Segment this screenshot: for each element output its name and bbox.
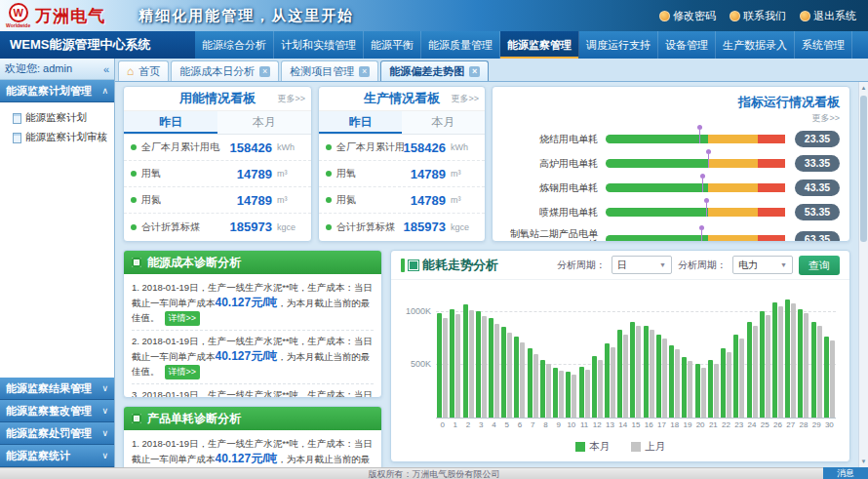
- close-icon[interactable]: ×: [469, 66, 480, 77]
- sidebar-item-supervision-plan-audit[interactable]: 能源监察计划审核: [3, 128, 111, 147]
- panel-title: 能源成本诊断分析: [147, 255, 241, 271]
- nav-item-energy-comprehensive-analysis[interactable]: 能源综合分析: [195, 31, 274, 59]
- legend-swatch: [631, 442, 641, 452]
- board-tab-this-month[interactable]: 本月: [217, 111, 311, 134]
- close-icon[interactable]: ×: [359, 66, 370, 77]
- board-tab-yesterday[interactable]: 昨日: [124, 111, 217, 134]
- panel-header: 产品单耗诊断分析: [124, 407, 381, 430]
- period-select[interactable]: 日 ▼: [612, 256, 672, 274]
- gauge-blast-furnace: 高炉用电单耗33.35: [502, 155, 840, 172]
- tab-home[interactable]: ⌂首页: [118, 60, 169, 81]
- bar-group: 9: [552, 290, 565, 418]
- sidebar-section-body: 能源监察计划能源监察计划审核: [0, 102, 114, 378]
- medium-select[interactable]: 电力 ▼: [732, 256, 793, 274]
- bar-group: 3: [475, 290, 488, 418]
- y-axis-label: 500K: [411, 359, 431, 369]
- bullet-icon: [326, 197, 332, 203]
- nav-item-energy-supervision-management[interactable]: 能源监察管理: [500, 31, 579, 59]
- more-link[interactable]: 更多>>: [451, 93, 479, 105]
- tab-energy-cost-daily-analysis[interactable]: 能源成本日分析×: [171, 60, 279, 81]
- detail-button[interactable]: 详情>>: [165, 365, 201, 379]
- metric-label: 用氧: [336, 167, 411, 180]
- board-tab-this-month[interactable]: 本月: [402, 111, 485, 134]
- period-select-value: 日: [617, 259, 627, 272]
- gauge-label: 炼钢用电单耗: [502, 182, 606, 193]
- nav-item-dispatch-operation-support[interactable]: 调度运行支持: [579, 31, 658, 59]
- sidebar-item-supervision-plan[interactable]: 能源监察计划: [3, 108, 111, 128]
- vertical-scrollbar[interactable]: ▲ ▼: [858, 82, 868, 467]
- metric-unit: m³: [451, 195, 478, 205]
- tree-item-label: 能源监察计划审核: [25, 131, 107, 144]
- bar-last-month: [520, 342, 525, 419]
- chart-title: 能耗走势分析: [422, 257, 498, 274]
- bar-group: 2: [461, 290, 474, 418]
- gauge-label: 高炉用电单耗: [502, 158, 606, 169]
- sidebar-section-supervision-rectification-management[interactable]: 能源监察整改管理∨: [0, 400, 114, 422]
- sidebar-section-label: 能源监察整改管理: [6, 404, 92, 419]
- x-axis-label: 28: [799, 420, 808, 429]
- bar-this-month: [501, 327, 506, 418]
- header-link-contact-us[interactable]: 联系我们: [730, 9, 786, 23]
- sidebar-section-supervision-plan-management[interactable]: 能源监察计划管理∧: [0, 80, 114, 102]
- bar-group: 1: [449, 290, 461, 418]
- board-row-electricity: 全厂本月累计用电158426kWh: [319, 135, 485, 161]
- copyright-text: 版权所有：万洲电气股份有限公司: [369, 469, 500, 479]
- nav-item-equipment-management[interactable]: 设备管理: [658, 31, 716, 59]
- nav-item-production-data-entry[interactable]: 生产数据录入: [716, 31, 795, 59]
- sidebar-section-label: 能源监察结果管理: [6, 381, 92, 396]
- sidebar-section-supervision-punishment-management[interactable]: 能源监察处罚管理∨: [0, 422, 114, 445]
- x-axis-label: 13: [606, 420, 614, 429]
- scrollbar-thumb[interactable]: [860, 96, 867, 242]
- nav-item-plan-performance-management[interactable]: 计划和实绩管理: [274, 31, 364, 59]
- bar-last-month: [830, 340, 835, 418]
- indicator-board: 指标运行情况看板 更多>> 烧结用电单耗23.35高炉用电单耗33.35炼钢用电…: [492, 86, 850, 242]
- scroll-down-icon[interactable]: ▼: [859, 456, 868, 467]
- bar-group: 16: [643, 290, 655, 418]
- nav-item-energy-quality-management[interactable]: 能源质量管理: [421, 31, 500, 59]
- bar-this-month: [772, 302, 777, 418]
- sidebar-accordion: 能源监察计划管理∧能源监察计划能源监察计划审核能源监察结果管理∨能源监察整改管理…: [0, 80, 114, 467]
- query-button[interactable]: 查询: [799, 256, 840, 275]
- gauge-segment: [606, 208, 708, 217]
- tab-energy-deviation-trend[interactable]: 能源偏差走势图×: [380, 60, 489, 81]
- board-title: 指标运行情况看板: [502, 94, 840, 111]
- scroll-up-icon[interactable]: ▲: [859, 82, 868, 94]
- diag-text: 3. 2018-01-19日，生产一线生产水泥**吨，生产成本：当日截止一车间单…: [132, 389, 373, 398]
- metric-unit: kWh: [277, 142, 304, 152]
- header-link-change-password[interactable]: 修改密码: [659, 9, 716, 23]
- gauge-marker-icon: [706, 203, 707, 217]
- metric-label: 用氧: [141, 167, 237, 180]
- board-row-standard-coal: 合计折算标煤185973kgce: [124, 214, 311, 240]
- tab-detection-project-management[interactable]: 检测项目管理×: [281, 60, 378, 81]
- bar-this-month: [514, 337, 519, 418]
- close-icon[interactable]: ×: [259, 66, 270, 77]
- bar-this-month: [463, 304, 468, 418]
- nav-item-energy-balance[interactable]: 能源平衡: [364, 31, 421, 59]
- more-link[interactable]: 更多>>: [502, 112, 840, 125]
- gauge-marker-icon: [699, 130, 700, 143]
- board-tab-yesterday[interactable]: 昨日: [319, 111, 402, 134]
- gauge-label: 喷煤用电单耗: [502, 207, 606, 218]
- chart-area: 500K1000K0123456789101112131415161718192…: [399, 284, 842, 436]
- x-axis-label: 2: [466, 420, 470, 429]
- more-link[interactable]: 更多>>: [277, 93, 305, 105]
- bar-this-month: [811, 322, 816, 418]
- bar-last-month: [739, 339, 744, 418]
- bar-last-month: [623, 335, 628, 418]
- metric-value: 158426: [230, 140, 272, 155]
- message-button[interactable]: 消息: [823, 467, 868, 479]
- panel-title: 产品单耗诊断分析: [147, 411, 241, 427]
- diag-highlight-value: 40.127元/吨: [216, 349, 278, 363]
- header-link-logout[interactable]: 退出系统: [800, 9, 856, 23]
- footer: 版权所有：万洲电气股份有限公司: [0, 467, 868, 479]
- nav-item-system-management[interactable]: 系统管理: [795, 31, 852, 59]
- sidebar-section-supervision-statistics[interactable]: 能源监察统计∨: [0, 445, 114, 467]
- bar-last-month: [546, 364, 551, 418]
- collapse-sidebar-icon[interactable]: «: [103, 63, 109, 75]
- bar-this-month: [566, 372, 571, 418]
- gauge-value-badge: 43.35: [795, 180, 840, 196]
- sidebar-section-supervision-result-management[interactable]: 能源监察结果管理∨: [0, 378, 114, 400]
- caret-down-icon: ▼: [780, 261, 787, 268]
- detail-button[interactable]: 详情>>: [165, 311, 201, 326]
- bar-last-month: [778, 306, 783, 418]
